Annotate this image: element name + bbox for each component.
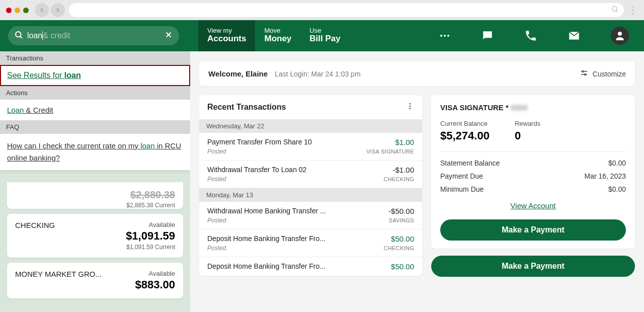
svg-point-11 xyxy=(410,106,411,107)
customize-button[interactable]: Customize xyxy=(580,68,626,79)
make-payment-button-2[interactable]: Make a Payment xyxy=(431,256,635,277)
visa-row-value: $0.00 xyxy=(608,159,626,167)
clear-search-icon[interactable] xyxy=(164,30,173,42)
rewards-value: 0 xyxy=(515,129,540,142)
search-typed-text: loan xyxy=(27,31,42,40)
date-separator: Wednesday, Mar 22 xyxy=(199,119,422,133)
account-available-label: Available xyxy=(135,270,175,277)
make-payment-button[interactable]: Make a Payment xyxy=(440,219,626,241)
transaction-status: Posted xyxy=(207,217,326,224)
rewards-label: Rewards xyxy=(515,120,540,127)
action-link-term: Loan xyxy=(7,106,24,114)
card-menu-icon[interactable] xyxy=(406,102,414,112)
account-amount: $1,091.59 xyxy=(126,229,175,243)
recent-transactions-card: Recent Transactions Wednesday, Mar 22 Pa… xyxy=(199,95,422,276)
welcome-bar: Welcome, Elaine Last Login: Mar 24 1:03 … xyxy=(199,61,635,86)
main-tabs: View my Accounts Move Money Use Bill Pay xyxy=(198,20,350,51)
svg-point-0 xyxy=(612,7,617,11)
address-bar[interactable] xyxy=(69,3,624,17)
visa-row-value: Mar 16, 2023 xyxy=(585,172,626,180)
transaction-amount: $50.00 xyxy=(384,235,414,243)
profile-avatar[interactable] xyxy=(611,27,629,45)
account-tile-partial[interactable]: $2,880.38 $2,885.38 Current xyxy=(7,182,183,209)
transaction-amount: -$50.00 xyxy=(388,207,414,215)
results-section-faq: FAQ xyxy=(0,120,190,134)
phone-icon[interactable] xyxy=(524,29,537,42)
transaction-row[interactable]: Withdrawal Home Banking Transfer ... Pos… xyxy=(199,202,422,229)
search-icon xyxy=(611,5,619,15)
tab-line1: Move xyxy=(264,27,291,34)
faq-term: loan xyxy=(140,141,154,150)
sliders-icon xyxy=(580,68,589,79)
minimize-window-icon[interactable] xyxy=(15,8,20,13)
maximize-window-icon[interactable] xyxy=(23,8,29,13)
account-amount: $883.00 xyxy=(135,278,175,291)
sidebar: Transactions See Results for loan Action… xyxy=(0,51,190,312)
tab-view-accounts[interactable]: View my Accounts xyxy=(198,20,255,51)
account-name: CHECKING xyxy=(15,221,55,229)
forward-button[interactable] xyxy=(51,3,65,17)
visa-row: Minimum Due $0.00 xyxy=(440,185,626,193)
visa-row: Statement Balance $0.00 xyxy=(440,159,626,167)
app-topbar: loan & credit View my Accounts Move Mone… xyxy=(0,20,644,51)
account-name: MONEY MARKET GRO... xyxy=(15,270,102,278)
browser-menu-icon[interactable] xyxy=(628,6,638,15)
browser-chrome xyxy=(0,0,644,20)
account-available-label: Available xyxy=(126,221,175,228)
transaction-desc: Deposit Home Banking Transfer Fro... xyxy=(207,235,326,243)
last-login-text: Last Login: Mar 24 1:03 pm xyxy=(275,70,360,78)
visa-row-label: Payment Due xyxy=(440,172,483,180)
current-balance-label: Current Balance xyxy=(440,120,490,127)
mail-icon[interactable] xyxy=(568,29,581,42)
tab-line2: Accounts xyxy=(207,34,246,44)
date-separator: Monday, Mar 13 xyxy=(199,188,422,202)
transaction-account: CHECKING xyxy=(384,245,414,251)
tab-bill-pay[interactable]: Use Bill Pay xyxy=(300,20,349,51)
back-button[interactable] xyxy=(35,3,49,17)
account-current: $1,091.59 Current xyxy=(126,244,175,251)
tab-move-money[interactable]: Move Money xyxy=(255,20,300,51)
transaction-amount: -$1.00 xyxy=(384,166,414,174)
see-results-link[interactable]: See Results for loan xyxy=(0,65,190,86)
chat-icon[interactable] xyxy=(481,29,494,42)
view-account-link[interactable]: View Account xyxy=(511,201,556,210)
transaction-row[interactable]: Deposit Home Banking Transfer Fro... Pos… xyxy=(199,229,422,257)
svg-point-3 xyxy=(444,35,446,37)
welcome-text: Welcome, Elaine xyxy=(208,69,268,78)
transaction-row[interactable]: Withdrawal Transfer To Loan 02 Posted -$… xyxy=(199,161,422,188)
current-balance-value: $5,274.00 xyxy=(440,129,490,142)
transaction-account: SAVINGS xyxy=(388,217,414,223)
svg-point-9 xyxy=(585,74,586,75)
search-input[interactable]: loan & credit xyxy=(8,26,179,45)
visa-card: VISA SIGNATURE * 0000 Current Balance $5… xyxy=(431,95,635,249)
transaction-desc: Payment Transfer From Share 10 xyxy=(207,138,312,146)
visa-row: Payment Due Mar 16, 2023 xyxy=(440,172,626,180)
account-tile-checking[interactable]: CHECKING Available $1,091.59 $1,091.59 C… xyxy=(7,214,183,258)
visa-row-value: $0.00 xyxy=(608,185,626,193)
main-content: Welcome, Elaine Last Login: Mar 24 1:03 … xyxy=(190,51,644,312)
faq-link[interactable]: How can I check the current rate on my l… xyxy=(0,134,190,170)
visa-row-label: Statement Balance xyxy=(440,159,500,167)
transaction-account: CHECKING xyxy=(384,176,414,182)
transaction-desc: Deposit Home Banking Transfer Fro... xyxy=(207,262,326,270)
svg-point-2 xyxy=(440,35,442,37)
see-results-term: loan xyxy=(64,71,81,80)
close-window-icon[interactable] xyxy=(6,8,12,13)
results-section-actions: Actions xyxy=(0,86,190,100)
more-icon[interactable] xyxy=(439,30,451,42)
transaction-account: VISA SIGNATURE xyxy=(366,148,414,154)
recent-transactions-title: Recent Transactions xyxy=(207,103,286,112)
transaction-status: Posted xyxy=(207,176,306,183)
svg-point-1 xyxy=(16,32,21,37)
account-tile-money-market[interactable]: MONEY MARKET GRO... Available $883.00 xyxy=(7,263,183,298)
results-section-transactions: Transactions xyxy=(0,51,190,65)
tab-line1: View my xyxy=(207,27,246,34)
transaction-row[interactable]: Payment Transfer From Share 10 Posted $1… xyxy=(199,133,422,161)
action-link-rest: & Credit xyxy=(24,106,53,114)
action-loan-credit-link[interactable]: Loan & Credit xyxy=(0,100,190,120)
transaction-status: Posted xyxy=(207,245,326,252)
transaction-amount: $50.00 xyxy=(391,262,414,271)
tab-line2: Bill Pay xyxy=(309,34,340,44)
transaction-row[interactable]: Deposit Home Banking Transfer Fro... $50… xyxy=(199,257,422,276)
search-icon xyxy=(14,30,23,41)
